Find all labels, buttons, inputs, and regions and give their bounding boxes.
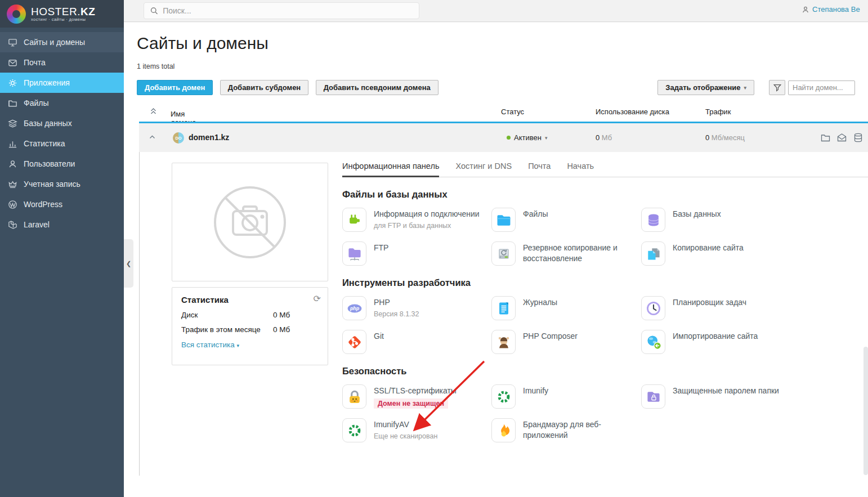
brand-tagline: хостинг · сайты · домены [31, 17, 95, 22]
filter-button[interactable] [769, 80, 785, 95]
tile-git[interactable]: Git [342, 330, 491, 354]
add-subdomain-button[interactable]: Добавить субдомен [220, 80, 308, 95]
layers-icon [8, 119, 17, 128]
column-header-disk[interactable]: Использование диска [596, 108, 669, 116]
collapse-all-button[interactable] [150, 108, 156, 117]
tile-web-firewall[interactable]: Брандмауэр для веб-приложений [491, 418, 641, 442]
status-label: Активен [514, 133, 542, 142]
user-menu[interactable]: Степанова Ве [802, 5, 868, 14]
php-icon: php [342, 296, 366, 320]
set-view-button[interactable]: Задать отображение▾ [657, 80, 754, 95]
tile-php[interactable]: php PHPВерсия 8.1.32 [342, 296, 491, 320]
sidebar-item-users[interactable]: Пользователи [0, 154, 124, 174]
chevron-down-icon: ▾ [545, 135, 548, 141]
global-search[interactable] [144, 2, 419, 19]
sidebar-item-laravel[interactable]: Laravel [0, 214, 124, 235]
tile-copy-site[interactable]: Копирование сайта [641, 241, 868, 266]
tab-dashboard[interactable]: Информационная панель [342, 162, 439, 177]
tile-imunifyav[interactable]: ImunifyAVЕще не сканирован [342, 418, 491, 442]
sidebar-item-files[interactable]: Файлы [0, 93, 124, 113]
copy-site-icon [641, 241, 665, 266]
databases-icon [641, 208, 665, 232]
chevron-down-icon: ▾ [744, 85, 746, 91]
sidebar-item-account[interactable]: Учетная запись [0, 174, 124, 194]
tile-files[interactable]: Файлы [491, 208, 641, 232]
row-mail-button[interactable] [836, 132, 847, 143]
user-name: Степанова Ве [812, 5, 860, 14]
add-domain-button[interactable]: Добавить домен [137, 80, 213, 95]
sidebar-collapse-handle[interactable]: ❮ [124, 239, 133, 288]
column-header-status[interactable]: Статус [501, 108, 524, 116]
add-alias-button[interactable]: Добавить псевдоним домена [316, 80, 439, 95]
tab-mail[interactable]: Почта [528, 162, 551, 177]
table-header: Имя домена ↑ Статус Использование диска … [124, 105, 868, 122]
status-dropdown[interactable]: Активен ▾ [507, 133, 547, 142]
tile-connection-info[interactable]: Информация о подключениидля FTP и базы д… [342, 208, 491, 232]
tile-databases[interactable]: Базы данных [641, 208, 868, 232]
imunifyav-icon [342, 418, 366, 442]
disk-usage-value: 0 Мб [596, 133, 612, 142]
sidebar-item-statistics[interactable]: Статистика [0, 133, 124, 154]
tab-hosting-dns[interactable]: Хостинг и DNS [455, 162, 512, 177]
tile-imunify[interactable]: Imunify [491, 384, 641, 409]
password-folder-icon [641, 384, 665, 409]
all-statistics-link[interactable]: Вся статистика ▾ [181, 341, 319, 349]
sidebar-item-wordpress[interactable]: WordPress [0, 194, 124, 214]
column-header-traffic[interactable]: Трафик [705, 108, 731, 116]
row-databases-button[interactable] [853, 132, 863, 143]
tile-php-composer[interactable]: PHP Composer [491, 330, 641, 354]
double-chevron-up-icon [150, 108, 156, 115]
brand-logo[interactable]: HOSTER.KZ хостинг · сайты · домены [0, 0, 124, 28]
tile-password-folders[interactable]: Защищенные паролем папки [641, 384, 868, 409]
firewall-flame-icon [491, 418, 516, 442]
status-dot-icon [507, 136, 511, 140]
user-icon [8, 159, 17, 169]
traffic-value: 0 Мб/месяц [705, 133, 745, 142]
sort-asc-icon: ↑ [171, 110, 174, 117]
person-icon [802, 6, 809, 14]
domain-detail-panel: Статистика ⟳ Диск0 Мб Трафик в этом меся… [139, 152, 868, 476]
row-collapse-button[interactable] [149, 134, 155, 140]
sidebar-item-websites[interactable]: Сайты и домены [0, 32, 124, 52]
domain-row: DO domen1.kz Активен ▾ 0 Мб 0 Мб/месяц [139, 122, 868, 152]
domain-name-link[interactable]: domen1.kz [189, 133, 229, 142]
imunify-icon [491, 384, 516, 409]
laravel-icon [8, 220, 17, 230]
database-icon [853, 132, 863, 143]
toolbar: Добавить домен Добавить субдомен Добавит… [137, 80, 855, 96]
row-files-button[interactable] [820, 132, 831, 143]
ssl-warning-badge: Домен не защищен [374, 399, 448, 409]
statistics-card: Статистика ⟳ Диск0 Мб Трафик в этом меся… [172, 287, 328, 365]
sidebar-item-applications[interactable]: Приложения [0, 73, 124, 93]
domain-favicon: DO [173, 132, 184, 144]
tab-get-started[interactable]: Начать [567, 162, 594, 177]
wordpress-icon [8, 200, 17, 209]
ssl-lock-icon [342, 384, 366, 409]
tile-ftp[interactable]: FTP [342, 241, 491, 266]
sidebar-item-databases[interactable]: Базы данных [0, 113, 124, 133]
connection-plug-icon [342, 208, 366, 232]
tile-site-import[interactable]: Импортирование сайта [641, 330, 868, 354]
vertical-scrollbar[interactable] [863, 347, 868, 475]
import-globe-icon [641, 330, 665, 354]
monitor-icon [8, 38, 17, 47]
folder-icon [820, 132, 831, 143]
chart-icon [8, 139, 17, 149]
composer-icon [491, 330, 516, 354]
section-dev-tools: Инструменты разработчика [342, 277, 868, 288]
sidebar-item-mail[interactable]: Почта [0, 52, 124, 73]
search-input[interactable] [163, 6, 413, 15]
page-title: Сайты и домены [137, 34, 868, 53]
tile-scheduler[interactable]: Планировщик задач [641, 296, 868, 320]
section-files-databases: Файлы и базы данных [342, 189, 868, 200]
tile-logs[interactable]: Журналы [491, 296, 641, 320]
sidebar: HOSTER.KZ хостинг · сайты · домены Сайты… [0, 0, 124, 497]
topbar: Степанова Ве [124, 0, 868, 22]
find-domain-input[interactable] [788, 80, 855, 95]
tile-backup-restore[interactable]: Резервное копирование и восстановление [491, 241, 641, 266]
files-folder-icon [491, 208, 516, 232]
site-preview-card [172, 163, 328, 281]
refresh-icon[interactable]: ⟳ [314, 293, 321, 304]
tile-ssl-certificates[interactable]: SSL/TLS-сертификатыДомен не защищен [342, 384, 491, 409]
crown-icon [8, 180, 17, 189]
